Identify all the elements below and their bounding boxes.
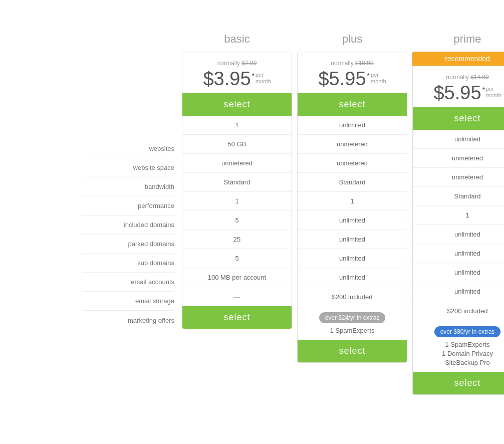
plan-name-basic: basic bbox=[182, 30, 292, 48]
normally-text-prime: normally $14.99 bbox=[418, 74, 504, 81]
select-button-bottom-prime[interactable]: select bbox=[413, 372, 504, 394]
feature-labels: websiteswebsite spacebandwidthperformanc… bbox=[82, 30, 182, 330]
plan-card-basic: normally $7.99 $3.95* permonth select150… bbox=[182, 52, 292, 329]
feature-label-email-accounts: email accounts bbox=[82, 273, 174, 292]
extras-item-prime: 1 Domain Privacy bbox=[418, 350, 504, 357]
plan-prime: primerecommended normally $14.99 $5.95* … bbox=[412, 30, 504, 395]
main-price-plus: $5.95 bbox=[318, 69, 366, 88]
price-star-prime: * bbox=[482, 86, 485, 94]
select-button-top-plus[interactable]: select bbox=[298, 93, 407, 116]
feature-label-performance: performance bbox=[82, 196, 174, 215]
plan-name-plus: plus bbox=[297, 30, 407, 48]
plans-container: basic normally $7.99 $3.95* permonth sel… bbox=[182, 30, 504, 395]
feature-cell-basic-1: 50 GB bbox=[182, 135, 292, 154]
plan-basic: basic normally $7.99 $3.95* permonth sel… bbox=[182, 30, 292, 395]
features-grid-basic: 150 GBunmeteredStandard15255100 MB per a… bbox=[182, 116, 292, 306]
feature-cell-prime-1: unmetered bbox=[413, 149, 504, 168]
plan-card-prime: normally $14.99 $5.95* permonth selectun… bbox=[412, 66, 504, 395]
original-price-plus: $10.99 bbox=[355, 60, 374, 67]
plan-card-plus: normally $10.99 $5.95* permonth selectun… bbox=[297, 52, 407, 363]
feature-label-bandwidth: bandwidth bbox=[82, 177, 174, 196]
feature-cell-basic-2: unmetered bbox=[182, 154, 292, 173]
extras-item-prime: SiteBackup Pro bbox=[418, 359, 504, 366]
feature-cell-prime-2: unmetered bbox=[413, 168, 504, 187]
feature-label-sub-domains: sub domains bbox=[82, 254, 174, 273]
feature-cell-plus-1: unmetered bbox=[298, 135, 407, 154]
recommended-badge: recommended bbox=[412, 52, 504, 66]
feature-cell-plus-7: unlimited bbox=[298, 249, 407, 268]
feature-cell-plus-2: unmetered bbox=[298, 154, 407, 173]
feature-cell-prime-5: unlimited bbox=[413, 225, 504, 244]
feature-cell-basic-6: 25 bbox=[182, 230, 292, 249]
feature-cell-plus-5: unlimited bbox=[298, 211, 407, 230]
main-price-basic: $3.95 bbox=[203, 69, 250, 88]
feature-cell-plus-3: Standard bbox=[298, 173, 407, 192]
feature-label-websites: websites bbox=[82, 139, 174, 158]
feature-cell-prime-7: unlimited bbox=[413, 263, 504, 282]
feature-cell-prime-8: unlimited bbox=[413, 282, 504, 301]
features-grid-prime: unlimitedunmeteredunmeteredStandard1unli… bbox=[413, 130, 504, 320]
main-price-prime: $5.95 bbox=[433, 83, 481, 102]
original-price-prime: $14.99 bbox=[470, 74, 489, 81]
select-button-bottom-plus[interactable]: select bbox=[298, 340, 407, 362]
plan-plus: plus normally $10.99 $5.95* permonth sel… bbox=[297, 30, 407, 395]
feature-cell-prime-9: $200 included bbox=[413, 301, 504, 320]
extras-item-plus: 1 SpamExperts bbox=[303, 327, 402, 334]
price-star-plus: * bbox=[367, 72, 370, 80]
normally-text-basic: normally $7.99 bbox=[187, 60, 287, 67]
price-star-basic: * bbox=[252, 72, 255, 80]
feature-cell-prime-6: unlimited bbox=[413, 244, 504, 263]
per-month-plus: permonth bbox=[371, 72, 386, 85]
feature-label-marketing-offers: marketing offers bbox=[82, 311, 174, 330]
feature-label-included-domains: included domains bbox=[82, 215, 174, 235]
feature-cell-plus-8: unlimited bbox=[298, 268, 407, 287]
extras-badge-prime: over $80/yr in extras bbox=[434, 326, 501, 337]
feature-cell-prime-0: unlimited bbox=[413, 130, 504, 149]
feature-label-parked-domains: parked domains bbox=[82, 235, 174, 254]
extras-section-plus: over $24/yr in extras1 SpamExperts bbox=[298, 306, 407, 340]
feature-cell-basic-4: 1 bbox=[182, 192, 292, 211]
plan-name-prime: prime bbox=[412, 30, 504, 48]
extras-item-prime: 1 SpamExperts bbox=[418, 341, 504, 348]
feature-cell-prime-3: Standard bbox=[413, 187, 504, 206]
per-month-basic: permonth bbox=[256, 72, 271, 85]
feature-label-email-storage: email storage bbox=[82, 292, 174, 311]
original-price-basic: $7.99 bbox=[241, 60, 257, 67]
feature-cell-basic-0: 1 bbox=[182, 116, 292, 135]
feature-cell-plus-0: unlimited bbox=[298, 116, 407, 135]
dash-icon: — bbox=[234, 293, 240, 301]
select-button-top-basic[interactable]: select bbox=[182, 93, 292, 116]
normally-text-plus: normally $10.99 bbox=[303, 60, 402, 67]
feature-cell-prime-4: 1 bbox=[413, 206, 504, 225]
feature-cell-basic-7: 5 bbox=[182, 249, 292, 268]
feature-cell-plus-4: 1 bbox=[298, 192, 407, 211]
feature-cell-plus-6: unlimited bbox=[298, 230, 407, 249]
feature-cell-basic-9: — bbox=[182, 287, 292, 306]
feature-cell-basic-5: 5 bbox=[182, 211, 292, 230]
feature-cell-basic-3: Standard bbox=[182, 173, 292, 192]
extras-section-prime: over $80/yr in extras1 SpamExperts1 Doma… bbox=[413, 320, 504, 372]
features-grid-plus: unlimitedunmeteredunmeteredStandard1unli… bbox=[298, 116, 407, 306]
select-button-bottom-basic[interactable]: select bbox=[182, 306, 292, 329]
feature-cell-basic-8: 100 MB per account bbox=[182, 268, 292, 287]
extras-badge-plus: over $24/yr in extras bbox=[319, 312, 386, 323]
select-button-top-prime[interactable]: select bbox=[413, 107, 504, 130]
feature-label-website-space: website space bbox=[82, 158, 174, 177]
per-month-prime: permonth bbox=[486, 86, 501, 99]
feature-cell-plus-9: $200 included bbox=[298, 287, 407, 306]
